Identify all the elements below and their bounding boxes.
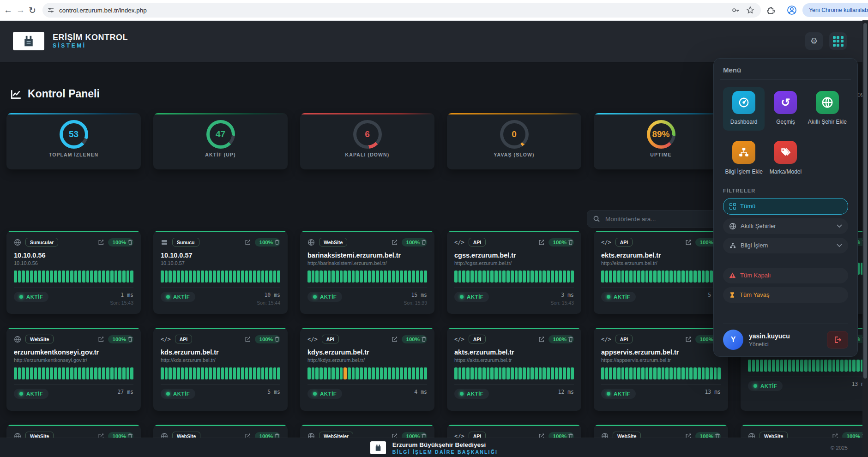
search-input[interactable] bbox=[604, 215, 708, 223]
building-icon bbox=[374, 444, 382, 452]
password-key-icon[interactable] bbox=[731, 6, 740, 14]
monitor-card[interactable]: Sunucular 100% 10.10.0.56 10.10.0.56 bbox=[6, 231, 141, 314]
menu-panel: Menü Dashboard ↺ Geçmiş bbox=[713, 58, 858, 357]
trash-icon[interactable] bbox=[274, 239, 280, 246]
footer-logo bbox=[370, 441, 386, 454]
filter-ak-ll-ehirler[interactable]: Akıllı Şehirler bbox=[723, 218, 848, 234]
menu-tile-ge-mi-[interactable]: ↺ Geçmiş bbox=[765, 87, 806, 131]
monitor-title: akts.erzurum.bel.tr bbox=[454, 349, 574, 356]
apps-menu-button[interactable] bbox=[829, 32, 847, 50]
uptime-bar bbox=[657, 271, 661, 283]
apps-grid-icon bbox=[833, 36, 844, 47]
card-divider bbox=[307, 288, 427, 288]
menu-tile-marka-model[interactable]: Marka/Model bbox=[765, 137, 806, 180]
edit-icon[interactable] bbox=[538, 336, 545, 343]
back-icon[interactable]: ← bbox=[4, 3, 12, 17]
monitor-title: 10.10.0.57 bbox=[161, 252, 280, 259]
menu-tile-ak-ll-ehir-ekle[interactable]: Akıllı Şehir Ekle bbox=[807, 87, 848, 131]
uptime-bar bbox=[796, 360, 799, 372]
uptime-bar bbox=[261, 271, 265, 283]
uptime-bar bbox=[269, 367, 272, 379]
trash-icon[interactable] bbox=[127, 239, 133, 246]
uptime-bar bbox=[245, 367, 248, 379]
settings-gear-button[interactable]: ⚙ bbox=[805, 32, 823, 50]
logout-button[interactable] bbox=[827, 331, 848, 349]
uptime-bar bbox=[478, 367, 482, 379]
uptime-bar bbox=[127, 271, 130, 283]
uptime-bar bbox=[241, 367, 244, 379]
monitor-card[interactable]: </> API 100% appservis.erzurum.bel.tr ht… bbox=[594, 328, 728, 411]
browser-scrollbar[interactable] bbox=[862, 20, 868, 457]
stat-value: 89% bbox=[652, 129, 669, 139]
uptime-bar bbox=[181, 367, 184, 379]
edit-icon[interactable] bbox=[245, 336, 251, 343]
uptime-bar bbox=[205, 367, 208, 379]
menu-tile-dashboard[interactable]: Dashboard bbox=[723, 87, 765, 131]
menu-tile-label: Bilgi İşlem Ekle bbox=[725, 168, 762, 176]
card-divider bbox=[307, 385, 427, 385]
monitor-card[interactable]: </> API 100% ekts.erzurum.bel.tr http://… bbox=[594, 231, 728, 314]
monitor-card[interactable]: </> API 100% kds.erzurum.bel.tr http://k… bbox=[153, 328, 288, 411]
status-dot-icon bbox=[460, 392, 464, 396]
monitor-card[interactable]: </> API 100% cgss.erzurum.bel.tr http://… bbox=[447, 231, 581, 314]
uptime-bar bbox=[494, 271, 498, 283]
profile-icon[interactable] bbox=[787, 5, 797, 15]
edit-icon[interactable] bbox=[685, 239, 692, 246]
search-box[interactable] bbox=[587, 210, 720, 228]
monitor-card[interactable]: Sunucu 100% 10.10.0.57 10.10.0.57 bbox=[153, 231, 288, 314]
trash-icon[interactable] bbox=[421, 336, 427, 343]
uptime-bar bbox=[686, 271, 689, 283]
uptime-bar bbox=[249, 367, 252, 379]
edit-icon[interactable] bbox=[98, 239, 104, 246]
trash-icon[interactable] bbox=[567, 336, 574, 343]
site-info-icon[interactable] bbox=[47, 6, 54, 14]
last-check: Son: 15:43 bbox=[550, 300, 574, 306]
edit-icon[interactable] bbox=[392, 336, 398, 343]
user-section: Y yasin.kuyucu Yönetici bbox=[723, 324, 848, 350]
menu-tile-bilgi-i-lem-ekle[interactable]: Bilgi İşlem Ekle bbox=[723, 137, 765, 180]
uptime-bar bbox=[66, 367, 69, 379]
scrollbar-thumb[interactable] bbox=[863, 23, 867, 379]
stat-card-topbar bbox=[594, 113, 728, 114]
edit-icon[interactable] bbox=[685, 336, 692, 343]
uptime-bar bbox=[277, 367, 280, 379]
trash-icon[interactable] bbox=[127, 336, 133, 343]
edit-icon[interactable] bbox=[245, 239, 251, 246]
uptime-bar bbox=[237, 271, 240, 283]
uptime-bar bbox=[388, 271, 391, 283]
uptime-bar bbox=[22, 271, 25, 283]
uptime-bar bbox=[38, 367, 41, 379]
monitor-card[interactable]: </> API 100% akts.erzurum.bel.tr https:/… bbox=[447, 328, 581, 411]
uptime-bar bbox=[571, 271, 574, 283]
monitor-card[interactable]: WebSite 100% erzurumkentkonseyi.gov.tr h… bbox=[6, 328, 141, 411]
monitor-card[interactable]: </> API 100% kdys.erzurum.bel.tr http://… bbox=[300, 328, 434, 411]
app-title: ERİŞİM KONTROL bbox=[53, 33, 128, 42]
trash-icon[interactable] bbox=[567, 239, 574, 246]
stat-value: 6 bbox=[365, 129, 370, 139]
filter-t-m-kapal-[interactable]: Tüm Kapalı bbox=[723, 268, 848, 283]
extensions-icon[interactable] bbox=[766, 6, 775, 15]
trash-icon[interactable] bbox=[274, 336, 280, 343]
uptime-bar bbox=[625, 271, 628, 283]
filter-bilgi-i-lem[interactable]: Bilgi İşlem bbox=[723, 238, 848, 253]
url-text[interactable]: control.erzurum.bel.tr/index.php bbox=[59, 7, 731, 14]
forward-icon[interactable]: → bbox=[16, 3, 25, 17]
reload-icon[interactable]: ↻ bbox=[29, 3, 36, 17]
edit-icon[interactable] bbox=[538, 239, 545, 246]
uptime-bar bbox=[530, 367, 534, 379]
uptime-bar bbox=[669, 271, 673, 283]
uptime-bar bbox=[181, 271, 184, 283]
address-bar[interactable]: control.erzurum.bel.tr/index.php bbox=[42, 3, 761, 18]
edit-icon[interactable] bbox=[98, 336, 104, 343]
monitor-card[interactable]: WebSite 100% barinaksistemi.erzurum.bel.… bbox=[300, 231, 434, 314]
edit-icon[interactable] bbox=[392, 239, 398, 246]
uptime-bar bbox=[319, 367, 323, 379]
filter-t-m-[interactable]: Tümü bbox=[723, 198, 848, 215]
uptime-bar bbox=[511, 271, 514, 283]
filter-t-m-yava-[interactable]: Tüm Yavaş bbox=[723, 287, 848, 303]
stat-gauge: 53 bbox=[60, 120, 88, 149]
trash-icon[interactable] bbox=[421, 239, 427, 246]
chrome-update-button[interactable]: Yeni Chrome kullanılabilir bbox=[802, 3, 868, 17]
uptime-bar bbox=[424, 367, 427, 379]
bookmark-star-icon[interactable] bbox=[746, 6, 754, 14]
